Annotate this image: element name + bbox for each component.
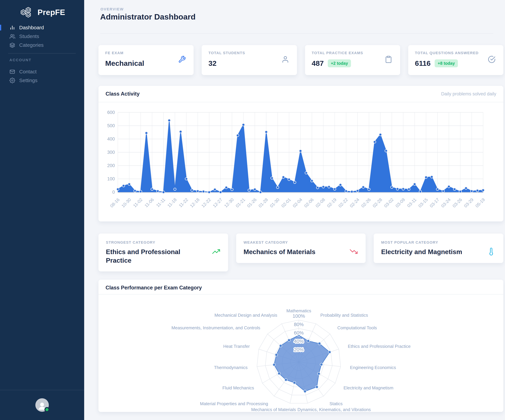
svg-text:02-06: 02-06 (303, 197, 315, 208)
svg-text:12-22: 12-22 (201, 197, 212, 208)
svg-text:80%: 80% (294, 322, 304, 327)
svg-text:11-02: 11-02 (132, 197, 143, 208)
layers-icon (9, 42, 15, 48)
svg-text:01-26: 01-26 (246, 197, 258, 208)
svg-text:Measurements, Instrumentation,: Measurements, Instrumentation, and Contr… (171, 325, 260, 330)
svg-text:Heat Transfer: Heat Transfer (223, 344, 250, 349)
category-card-label: STRONGEST CATEGORY (106, 240, 221, 245)
prepfe-logo[interactable]: PrepFE (0, 0, 84, 18)
y-axis-tick-labels: 0100200300400500600 (107, 110, 115, 195)
category-card-label: WEAKEST CATEGORY (244, 240, 358, 245)
sidebar-item-label: Dashboard (19, 25, 44, 31)
svg-text:02-22: 02-22 (337, 197, 349, 208)
class-activity-area-chart[interactable]: 010020030040050060008-1610-3011-0211-061… (99, 102, 503, 221)
svg-text:02-26: 02-26 (360, 197, 372, 208)
stat-card-practice-exams: TOTAL PRACTICE EXAMS 487 +2 today (305, 45, 400, 75)
category-card-value: Ethics and Professional Practice (106, 248, 221, 265)
svg-text:100%: 100% (293, 313, 305, 319)
svg-text:03-02: 03-02 (383, 197, 395, 208)
avatar[interactable] (35, 398, 49, 412)
svg-text:Mechanical Design and Analysis: Mechanical Design and Analysis (215, 313, 277, 318)
svg-text:11-06: 11-06 (144, 197, 155, 208)
svg-text:Dynamics, Kinematics, and Vibr: Dynamics, Kinematics, and Vibrations (297, 407, 371, 412)
svg-text:02-08: 02-08 (315, 197, 326, 208)
trending-down-icon (350, 248, 358, 255)
category-card-value: Electricity and Magnetism (381, 248, 496, 256)
stat-value: 32 (208, 59, 216, 68)
svg-text:20%: 20% (294, 347, 304, 352)
stat-label: TOTAL QUESTIONS ANSWERED (415, 51, 497, 55)
page-eyebrow: OVERVIEW (101, 7, 124, 12)
hexagons-logo-icon (19, 7, 34, 18)
svg-text:03-15: 03-15 (417, 197, 429, 208)
svg-text:03-11: 03-11 (406, 197, 417, 208)
sidebar-item-label: Categories (19, 42, 44, 48)
sidebar-divider (8, 53, 76, 54)
user-icon (281, 56, 289, 63)
stat-value: Mechanical (105, 59, 144, 68)
svg-text:01-21: 01-21 (235, 197, 246, 208)
svg-text:40%: 40% (294, 339, 304, 344)
category-card-label: MOST POPULAR CATEGORY (381, 240, 496, 245)
svg-text:500: 500 (107, 123, 115, 128)
category-cards-row: STRONGEST CATEGORY Ethics and Profession… (99, 233, 503, 271)
svg-text:Mechanics of Materials: Mechanics of Materials (251, 407, 296, 412)
class-activity-subtitle: Daily problems solved daily (441, 91, 496, 97)
svg-text:600: 600 (107, 110, 115, 115)
svg-text:03-29: 03-29 (463, 197, 474, 208)
stat-label: TOTAL PRACTICE EXAMS (312, 51, 393, 55)
header-divider (100, 33, 493, 34)
gear-icon (9, 78, 15, 83)
svg-text:Ethics and Professional Practi: Ethics and Professional Practice (348, 344, 410, 349)
svg-text:02-28: 02-28 (372, 197, 383, 208)
sidebar-item-label: Students (19, 33, 39, 39)
stat-label: TOTAL STUDENTS (208, 51, 290, 55)
sidebar-item-contact[interactable]: Contact (0, 67, 84, 76)
wrench-icon (178, 56, 186, 63)
stat-card-questions-answered: TOTAL QUESTIONS ANSWERED 6116 +8 today (408, 45, 503, 75)
page-title: Administrator Dashboard (100, 12, 196, 21)
svg-text:11-11: 11-11 (155, 197, 166, 208)
svg-text:Thermodynamics: Thermodynamics (214, 365, 247, 370)
clipboard-icon (385, 56, 392, 63)
sidebar-nav: Dashboard Students Categories (0, 23, 84, 50)
svg-text:03-17: 03-17 (429, 197, 440, 208)
class-performance-title: Class Performance per Exam Category (106, 285, 202, 291)
sidebar-footer-divider (0, 390, 84, 390)
sidebar-item-dashboard[interactable]: Dashboard (0, 23, 84, 32)
svg-text:03-24: 03-24 (440, 197, 452, 208)
main-content: OVERVIEW Administrator Dashboard FE EXAM… (84, 0, 505, 420)
svg-text:60%: 60% (294, 330, 304, 336)
svg-text:Mathematics: Mathematics (286, 308, 311, 313)
svg-text:10-30: 10-30 (120, 197, 132, 208)
stat-cards-row: FE EXAM Mechanical TOTAL STUDENTS 32 TOT… (99, 45, 503, 75)
svg-text:12-27: 12-27 (212, 197, 223, 208)
svg-text:Electricity and Magnetism: Electricity and Magnetism (344, 385, 393, 390)
svg-text:12-18: 12-18 (189, 197, 201, 208)
svg-text:01-28: 01-28 (258, 197, 269, 208)
sidebar-item-students[interactable]: Students (0, 32, 84, 41)
svg-text:100: 100 (107, 176, 115, 182)
svg-text:03-26: 03-26 (451, 197, 463, 208)
sidebar: PrepFE Dashboard Students Categories ACC… (0, 0, 84, 420)
stat-value: 6116 (415, 59, 431, 68)
class-performance-radar-chart[interactable]: 20%40%60%80%100%MathematicsProbability a… (99, 294, 503, 412)
check-circle-icon (488, 56, 496, 63)
stat-value: 487 (312, 59, 324, 68)
class-activity-card: Class Activity Daily problems solved dai… (99, 86, 503, 221)
stat-badge: +8 today (435, 59, 458, 67)
sidebar-item-settings[interactable]: Settings (0, 76, 84, 85)
stat-badge: +2 today (328, 59, 351, 67)
mail-icon (9, 69, 15, 75)
svg-text:01-30: 01-30 (269, 197, 280, 208)
sidebar-item-label: Contact (19, 69, 37, 75)
svg-text:02-01: 02-01 (280, 197, 292, 208)
category-card-value: Mechanics of Materials (244, 248, 358, 256)
stat-label: FE EXAM (105, 51, 187, 55)
users-icon (9, 33, 15, 39)
svg-text:Computational Tools: Computational Tools (337, 325, 377, 330)
sidebar-item-categories[interactable]: Categories (0, 41, 84, 50)
trending-up-icon (212, 248, 220, 255)
svg-text:02-04: 02-04 (292, 197, 303, 208)
svg-text:11-18: 11-18 (166, 197, 177, 208)
